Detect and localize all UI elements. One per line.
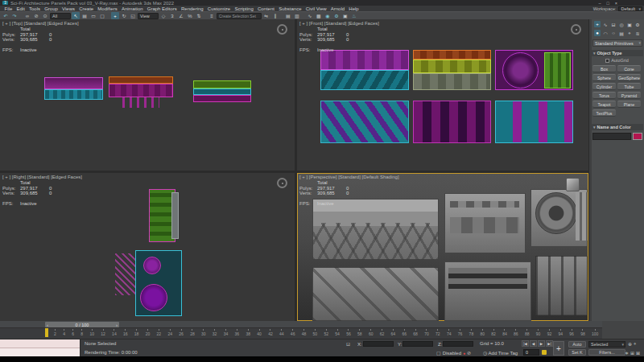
orbit-icon[interactable]: ⌖ xyxy=(634,341,636,347)
close-button[interactable]: × xyxy=(615,1,617,6)
viewport-label[interactable]: [ + ] [Front] [Standard] [Edged Faces] xyxy=(299,21,379,26)
menu-item[interactable]: Create xyxy=(77,6,96,11)
panel-yellowgreen-band[interactable] xyxy=(413,60,491,73)
primitive-button[interactable]: Sphere xyxy=(592,74,616,81)
command-panel-scrollbar[interactable] xyxy=(589,19,592,321)
primitive-button[interactable]: Teapot xyxy=(592,101,616,108)
panel-strip-b-tabs[interactable] xyxy=(122,97,159,108)
selection-region-icon[interactable]: ▭ xyxy=(89,12,97,19)
utilities-tab-icon[interactable]: ⚙ xyxy=(634,21,641,27)
panel-cyan-xbrace[interactable] xyxy=(495,101,573,143)
listener-macro-row[interactable] xyxy=(0,339,80,348)
panel-strip-b-top[interactable] xyxy=(109,76,173,84)
gray-panel-greeble-strip[interactable] xyxy=(450,201,519,208)
track-bar-ruler[interactable]: 0246810121416182022242628303234363840424… xyxy=(45,329,599,339)
disabled-indicator[interactable]: ▢ Disabled ● ⊘ xyxy=(436,350,471,356)
menu-item[interactable]: Substance xyxy=(277,6,304,11)
autogrid-checkbox[interactable]: AutoGrid xyxy=(589,58,644,63)
object-color-swatch[interactable] xyxy=(633,133,642,140)
viewport-label[interactable]: [ + ] [Right] [Standard] [Edged Faces] xyxy=(2,175,82,179)
object-fan-large[interactable] xyxy=(140,284,167,311)
window-crossing-icon[interactable]: ▢ xyxy=(98,12,106,19)
primitive-button[interactable]: Torus xyxy=(592,92,616,99)
menu-item[interactable]: Group xyxy=(43,6,60,11)
panel-orange-band[interactable] xyxy=(413,50,491,60)
render-setup-icon[interactable]: ⚙ xyxy=(332,12,341,19)
unlink-selection-icon[interactable]: ⊘ xyxy=(32,12,40,19)
space-warps-category-icon[interactable]: ≋ xyxy=(634,30,641,36)
selection-lock-icon[interactable]: ⊡ xyxy=(346,341,350,347)
toolbar-separator[interactable] xyxy=(107,12,110,19)
workspace-dropdown[interactable]: Default xyxy=(618,6,642,11)
transport-button[interactable]: ▶ xyxy=(538,340,545,347)
panel-strip-a-top[interactable] xyxy=(44,77,103,89)
menu-item[interactable]: Rendering xyxy=(179,6,205,11)
menu-item[interactable]: File xyxy=(2,6,14,11)
gray-pipes-right[interactable] xyxy=(576,192,588,241)
minimize-button[interactable]: – xyxy=(598,1,601,6)
pan-icon[interactable]: ∗ xyxy=(625,350,629,356)
viewport-label[interactable]: [ + ] [Perspective] [Standard] [Default … xyxy=(299,175,399,179)
selected-dropdown[interactable]: Selected xyxy=(588,341,625,348)
primitive-button[interactable]: Tube xyxy=(617,83,641,90)
viewport-top[interactable]: [ + ] [Top] [Standard] [Edged Faces] Tot… xyxy=(0,19,295,171)
percent-snap-icon[interactable]: % xyxy=(186,12,194,19)
viewport-label[interactable]: [ + ] [Top] [Standard] [Edged Faces] xyxy=(2,21,79,26)
hierarchy-tab-icon[interactable]: ⊟ xyxy=(610,21,617,27)
add-time-tag[interactable]: ◷ Add Time Tag xyxy=(483,350,518,356)
primitive-button[interactable]: Plane xyxy=(617,101,641,108)
menu-item[interactable]: Help xyxy=(347,6,361,11)
modify-tab-icon[interactable]: ∿ xyxy=(602,21,609,27)
undo-icon[interactable]: ↶ xyxy=(2,12,10,19)
viewcube-compass-icon[interactable] xyxy=(277,178,287,188)
viewport-right[interactable]: [ + ] [Right] [Standard] [Edged Faces] T… xyxy=(0,173,295,321)
primitive-button[interactable]: Pyramid xyxy=(617,92,641,99)
helpers-category-icon[interactable]: ⌖ xyxy=(626,30,633,36)
large-plus-button[interactable]: + xyxy=(553,341,564,356)
menu-item[interactable]: Modifiers xyxy=(96,6,120,11)
gray-cage-bars[interactable] xyxy=(535,256,588,315)
viewport-front[interactable]: [ + ] [Front] [Standard] [Edged Faces] T… xyxy=(297,19,588,171)
align-icon[interactable]: ∥ xyxy=(271,12,279,19)
time-slider-handle[interactable]: 0 / 100 xyxy=(45,322,119,327)
object-name-field[interactable] xyxy=(592,133,631,140)
z-field[interactable] xyxy=(443,341,473,347)
render-production-icon[interactable]: ♨ xyxy=(350,12,358,19)
viewcube-compass-icon[interactable] xyxy=(571,24,581,35)
panel-strip-b-body[interactable] xyxy=(109,84,173,97)
cameras-category-icon[interactable]: ▤ xyxy=(618,30,625,36)
panel-magenta-truss[interactable] xyxy=(413,101,491,143)
select-and-link-icon[interactable]: ∞ xyxy=(23,12,31,19)
viewcube-compass-icon[interactable] xyxy=(277,24,287,35)
menu-item[interactable]: Scripting xyxy=(233,6,256,11)
rendered-frame-window-icon[interactable]: ▣ xyxy=(341,12,349,19)
key-filters-button[interactable]: Filters... xyxy=(588,349,625,356)
menu-item[interactable]: Customize xyxy=(205,6,233,11)
layer-explorer-icon[interactable]: ▥ xyxy=(293,12,301,19)
panel-strip-c-green[interactable] xyxy=(193,80,251,88)
lights-category-icon[interactable]: ☼ xyxy=(610,30,617,36)
menu-item[interactable]: Animation xyxy=(119,6,145,11)
object-gray-sliver[interactable] xyxy=(171,192,179,239)
frame-zero-marker[interactable] xyxy=(45,328,48,337)
schematic-view-icon[interactable]: ▩ xyxy=(315,12,323,19)
bind-to-space-warp-icon[interactable]: ⊙ xyxy=(41,12,49,19)
primitives-dropdown[interactable]: Standard Primitives xyxy=(592,39,642,47)
object-type-rollout[interactable]: Object Type xyxy=(592,50,643,56)
panel-strip-c-magenta[interactable] xyxy=(193,95,251,102)
maximize-button[interactable]: □ xyxy=(606,1,609,6)
panel-gray-band[interactable] xyxy=(413,73,491,90)
scene-explorer-icon[interactable]: ▤ xyxy=(284,12,292,19)
toolbar-separator[interactable] xyxy=(280,12,283,19)
gray-panel-hex-lines[interactable] xyxy=(312,223,439,260)
spinner-snap-icon[interactable]: ⇅ xyxy=(195,12,203,19)
named-selection-sets-dropdown[interactable]: Create Selection Set xyxy=(217,13,262,19)
angle-snap-icon[interactable]: ∠ xyxy=(177,12,185,19)
primitive-button[interactable]: Cylinder xyxy=(592,83,616,90)
panel-magenta-top[interactable] xyxy=(320,50,409,70)
menu-item[interactable]: Tools xyxy=(27,6,42,11)
auto-key-button[interactable]: Auto xyxy=(568,341,586,348)
menu-item[interactable]: Arnold xyxy=(328,6,347,11)
snaps-toggle-icon[interactable]: 3 xyxy=(168,12,176,19)
mirror-icon[interactable]: ⇋ xyxy=(262,12,270,19)
